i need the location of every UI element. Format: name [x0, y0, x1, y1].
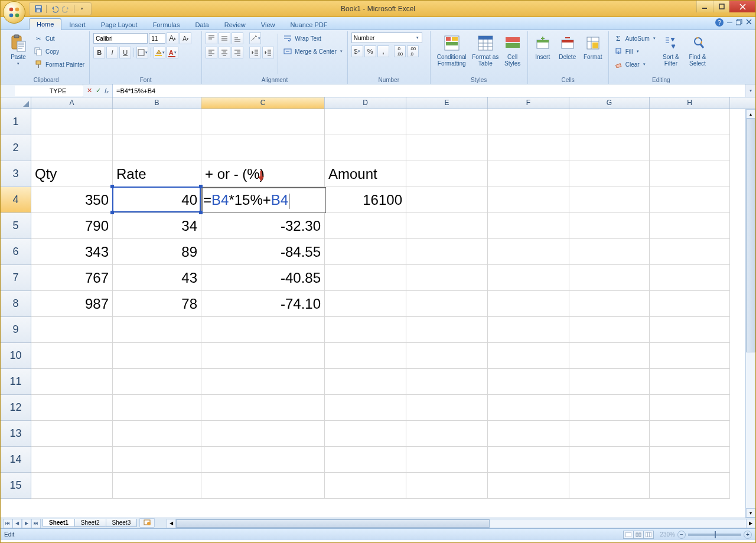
normal-view-button[interactable]: [623, 531, 634, 539]
zoom-slider[interactable]: [688, 534, 741, 536]
sheet-tab-sheet1[interactable]: Sheet1: [43, 519, 75, 527]
row-header-8[interactable]: 8: [1, 291, 31, 317]
cell-G1[interactable]: [569, 109, 650, 135]
cell-B14[interactable]: [113, 447, 201, 473]
cell-D3[interactable]: Amount: [325, 161, 406, 187]
cell-D12[interactable]: [325, 395, 406, 421]
tab-formulas[interactable]: Formulas: [145, 19, 188, 30]
copy-button[interactable]: Copy: [32, 45, 86, 57]
cell-H4[interactable]: [650, 187, 730, 213]
hscroll-thumb[interactable]: [176, 519, 490, 528]
cell-A12[interactable]: [31, 395, 113, 421]
cell-C6[interactable]: -84.55: [201, 239, 325, 265]
cell-G15[interactable]: [569, 473, 650, 499]
save-icon[interactable]: [33, 4, 44, 14]
comma-button[interactable]: ,: [377, 45, 389, 57]
cell-G2[interactable]: [569, 135, 650, 161]
tab-page-layout[interactable]: Page Layout: [93, 19, 145, 30]
cell-H9[interactable]: [650, 317, 730, 343]
cell-H15[interactable]: [650, 473, 730, 499]
cell-H6[interactable]: [650, 239, 730, 265]
cell-F9[interactable]: [488, 317, 569, 343]
name-box[interactable]: ▾: [1, 84, 83, 97]
cell-F14[interactable]: [488, 447, 569, 473]
zoom-out-button[interactable]: −: [677, 531, 686, 539]
cell-D11[interactable]: [325, 369, 406, 395]
cell-B8[interactable]: 78: [113, 291, 201, 317]
row-header-7[interactable]: 7: [1, 265, 31, 291]
cell-A8[interactable]: 987: [31, 291, 113, 317]
cell-E9[interactable]: [406, 317, 488, 343]
cell-F11[interactable]: [488, 369, 569, 395]
cell-B3[interactable]: Rate: [113, 161, 201, 187]
undo-icon[interactable]: [49, 4, 60, 14]
cell-D2[interactable]: [325, 135, 406, 161]
sheet-tab-sheet3[interactable]: Sheet3: [106, 519, 138, 527]
col-header-A[interactable]: A: [31, 97, 113, 109]
close-workbook-icon[interactable]: [746, 19, 752, 26]
tab-review[interactable]: Review: [217, 19, 253, 30]
cell-D4[interactable]: 16100: [325, 187, 406, 213]
office-button[interactable]: [3, 1, 25, 24]
paste-button[interactable]: Paste ▾: [6, 32, 30, 66]
cell-G4[interactable]: [569, 187, 650, 213]
expand-formula-bar-icon[interactable]: ▾: [745, 84, 755, 97]
cell-F2[interactable]: [488, 135, 569, 161]
cell-E15[interactable]: [406, 473, 488, 499]
row-header-5[interactable]: 5: [1, 213, 31, 239]
format-painter-button[interactable]: Format Painter: [32, 58, 86, 70]
grow-font-button[interactable]: A▴: [167, 32, 178, 44]
close-button[interactable]: [729, 1, 755, 12]
increase-indent-button[interactable]: [262, 47, 274, 58]
cell-H12[interactable]: [650, 395, 730, 421]
cell-C14[interactable]: [201, 447, 325, 473]
cell-E7[interactable]: [406, 265, 488, 291]
cell-E1[interactable]: [406, 109, 488, 135]
cell-B12[interactable]: [113, 395, 201, 421]
col-header-D[interactable]: D: [325, 97, 406, 109]
cell-H5[interactable]: [650, 213, 730, 239]
cell-C11[interactable]: [201, 369, 325, 395]
shrink-font-button[interactable]: A▾: [180, 32, 191, 44]
cell-D5[interactable]: [325, 213, 406, 239]
cell-C2[interactable]: [201, 135, 325, 161]
cell-H14[interactable]: [650, 447, 730, 473]
page-layout-view-button[interactable]: [633, 531, 644, 539]
cell-B1[interactable]: [113, 109, 201, 135]
cell-G13[interactable]: [569, 421, 650, 447]
cell-H1[interactable]: [650, 109, 730, 135]
align-bottom-button[interactable]: [232, 32, 243, 44]
font-color-button[interactable]: A: [167, 47, 178, 58]
cell-F6[interactable]: [488, 239, 569, 265]
cell-editor[interactable]: =B4*15%+B4: [201, 187, 326, 213]
cell-G8[interactable]: [569, 291, 650, 317]
cell-E10[interactable]: [406, 343, 488, 369]
vertical-scrollbar[interactable]: ▴ ▾: [745, 109, 755, 518]
cell-C7[interactable]: -40.85: [201, 265, 325, 291]
cell-A11[interactable]: [31, 369, 113, 395]
cell-A1[interactable]: [31, 109, 113, 135]
col-header-G[interactable]: G: [569, 97, 650, 109]
cell-D8[interactable]: [325, 291, 406, 317]
row-header-15[interactable]: 15: [1, 473, 31, 499]
italic-button[interactable]: I: [106, 47, 118, 58]
cell-F1[interactable]: [488, 109, 569, 135]
cell-E5[interactable]: [406, 213, 488, 239]
decrease-indent-button[interactable]: [249, 47, 261, 58]
enter-formula-icon[interactable]: ✓: [96, 87, 101, 94]
row-header-3[interactable]: 3: [1, 161, 31, 187]
cell-D10[interactable]: [325, 343, 406, 369]
cell-C9[interactable]: [201, 317, 325, 343]
qat-customize-icon[interactable]: ▾: [77, 4, 87, 14]
fx-icon[interactable]: fx: [105, 87, 109, 94]
cell-G9[interactable]: [569, 317, 650, 343]
cell-B9[interactable]: [113, 317, 201, 343]
cell-A7[interactable]: 767: [31, 265, 113, 291]
cell-D7[interactable]: [325, 265, 406, 291]
row-header-1[interactable]: 1: [1, 109, 31, 135]
tab-home[interactable]: Home: [29, 18, 61, 30]
col-header-B[interactable]: B: [113, 97, 201, 109]
minimize-button[interactable]: [696, 1, 713, 12]
cell-F8[interactable]: [488, 291, 569, 317]
row-header-10[interactable]: 10: [1, 343, 31, 369]
